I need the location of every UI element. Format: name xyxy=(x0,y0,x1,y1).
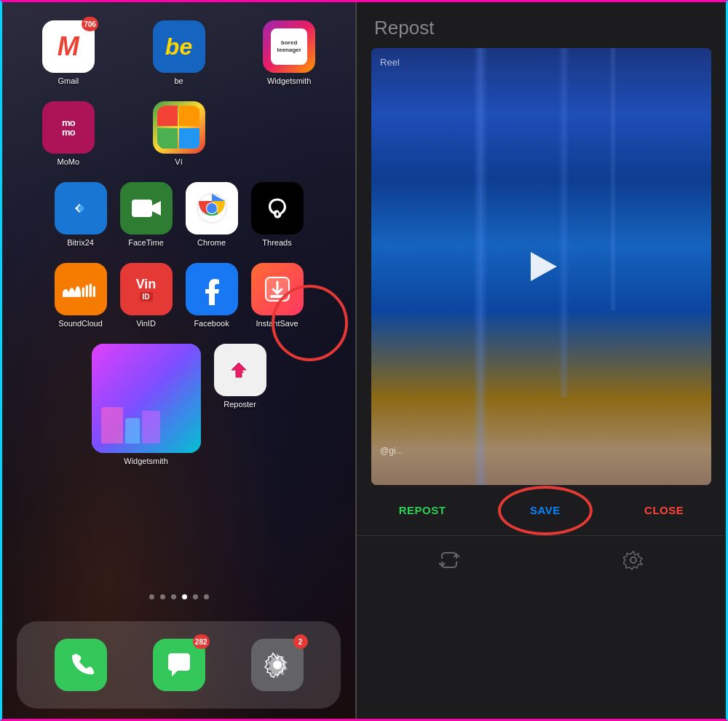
svg-point-16 xyxy=(630,557,636,563)
dock: 282 2 xyxy=(17,621,341,709)
threads-label: Threads xyxy=(262,238,291,247)
page-dots xyxy=(149,594,209,599)
fold-1 xyxy=(473,48,488,485)
be-label: be xyxy=(174,76,183,85)
fold-3 xyxy=(609,48,617,310)
gmail-letter: M xyxy=(58,31,79,62)
repost-icon[interactable] xyxy=(436,547,462,573)
app-row-2: mo mo MoMo Ví xyxy=(13,101,344,166)
dot-2 xyxy=(171,594,176,599)
svg-rect-9 xyxy=(89,284,91,297)
svg-rect-7 xyxy=(82,288,84,297)
dock-settings[interactable]: 2 xyxy=(251,639,304,691)
app-chrome[interactable]: Chrome xyxy=(186,182,238,247)
svg-rect-12 xyxy=(270,295,285,298)
dot-5 xyxy=(204,594,209,599)
app-vi[interactable]: Ví xyxy=(153,101,205,166)
facebook-label: Facebook xyxy=(194,319,229,328)
user-label: @gi... xyxy=(380,446,403,456)
svg-rect-8 xyxy=(85,285,87,297)
play-triangle xyxy=(531,252,557,281)
app-vinid[interactable]: Vin ID VinID xyxy=(120,263,173,328)
momo-text: mo mo xyxy=(62,118,75,137)
app-row-4: SoundCloud Vin ID VinID Facebook xyxy=(13,263,344,328)
svg-point-1 xyxy=(78,205,84,211)
action-bar: REPOST SAVE CLOSE xyxy=(357,485,726,535)
repost-screen: Repost Reel @gi... REPOST SAVE CLOSE xyxy=(357,2,726,721)
svg-point-15 xyxy=(274,661,281,669)
fold-2 xyxy=(558,48,569,398)
large-widget xyxy=(92,344,201,453)
facetime-label: FaceTime xyxy=(128,238,164,247)
dock-phone[interactable] xyxy=(55,639,107,691)
repost-title: Repost xyxy=(357,2,726,48)
gmail-badge: 706 xyxy=(82,17,98,31)
be-text: be xyxy=(165,34,192,60)
app-grid: M 706 Gmail be be boredteenager xyxy=(13,20,344,473)
settings-badge: 2 xyxy=(293,634,308,649)
app-facebook[interactable]: Facebook xyxy=(186,263,238,328)
settings-icon[interactable] xyxy=(620,547,646,573)
video-container[interactable]: Reel @gi... xyxy=(371,48,711,485)
app-widgetsmith1[interactable]: boredteenager Widgetsmith xyxy=(263,20,315,85)
save-action-wrapper: SAVE xyxy=(515,498,575,522)
app-facetime[interactable]: FaceTime xyxy=(120,182,173,247)
svg-rect-10 xyxy=(92,286,95,297)
dot-0 xyxy=(149,594,154,599)
svg-text:R: R xyxy=(236,363,243,375)
play-button[interactable] xyxy=(520,245,563,288)
app-threads[interactable]: Threads xyxy=(251,182,304,247)
widgetsmith-large-label: Widgetsmith xyxy=(124,457,168,465)
app-widgetsmith-large[interactable]: Widgetsmith xyxy=(92,344,201,465)
chrome-label: Chrome xyxy=(197,238,226,247)
app-instantsave[interactable]: InstantSave xyxy=(251,263,304,328)
momo-label: MoMo xyxy=(58,157,80,166)
close-button[interactable]: CLOSE xyxy=(630,498,698,522)
gmail-label: Gmail xyxy=(58,76,79,85)
app-reposter[interactable]: R Reposter xyxy=(214,344,266,409)
app-gmail[interactable]: M 706 Gmail xyxy=(42,20,95,85)
save-button[interactable]: SAVE xyxy=(515,498,575,522)
app-momo[interactable]: mo mo MoMo xyxy=(42,101,95,166)
vinid-label: VinID xyxy=(136,319,156,328)
app-be[interactable]: be be xyxy=(153,20,205,85)
iphone-screen: M 706 Gmail be be boredteenager xyxy=(2,2,357,721)
reel-label: Reel xyxy=(380,57,400,68)
soundcloud-label: SoundCloud xyxy=(58,319,103,328)
bitrix-label: Bitrix24 xyxy=(67,238,94,247)
reposter-label: Reposter xyxy=(223,400,256,409)
app-bitrix24[interactable]: Bitrix24 xyxy=(55,182,107,247)
dot-1 xyxy=(160,594,165,599)
app-row-5: Widgetsmith R Reposter xyxy=(13,344,344,465)
svg-point-6 xyxy=(207,203,217,213)
app-row-1: M 706 Gmail be be boredteenager xyxy=(13,20,344,85)
messages-badge: 282 xyxy=(193,634,210,649)
widgetsmith1-label: Widgetsmith xyxy=(267,76,312,85)
dock-messages[interactable]: 282 xyxy=(153,639,205,691)
bottom-toolbar xyxy=(357,535,726,591)
dot-3-active xyxy=(182,594,187,599)
instantsave-label: InstantSave xyxy=(256,319,298,328)
app-row-3: Bitrix24 FaceTime xyxy=(13,182,344,247)
vi-label: Ví xyxy=(175,157,182,166)
dot-4 xyxy=(193,594,198,599)
svg-rect-2 xyxy=(132,200,152,217)
repost-button[interactable]: REPOST xyxy=(384,498,461,522)
app-soundcloud[interactable]: SoundCloud xyxy=(55,263,107,328)
placeholder-space xyxy=(263,101,315,166)
